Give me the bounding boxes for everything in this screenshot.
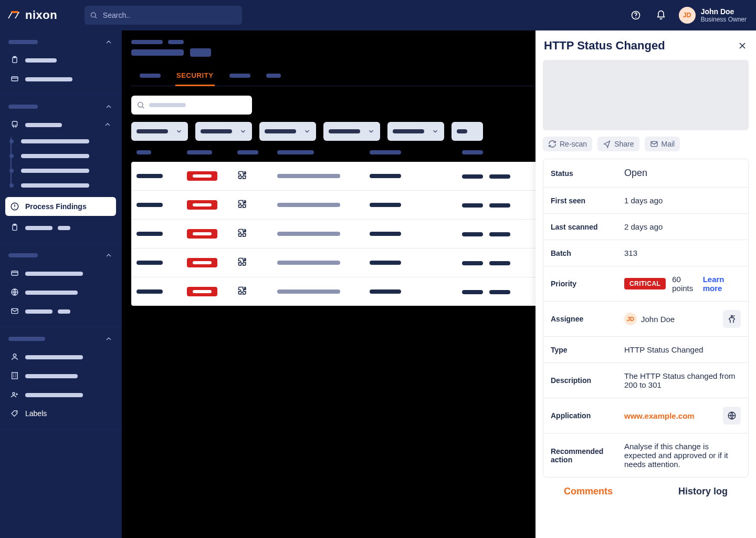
sidebar-item-label: Labels [25, 409, 47, 418]
detail-value: 2 days ago [624, 222, 736, 231]
detail-label: Type [551, 346, 619, 354]
clipboard-icon [9, 222, 20, 233]
priority-critical-badge: CRITICAL [624, 278, 666, 289]
sidebar-group-header[interactable] [5, 333, 116, 347]
svg-point-16 [13, 354, 16, 357]
rescan-button[interactable]: Re-scan [543, 137, 592, 151]
priority-badge [187, 258, 217, 267]
extension-icon [237, 286, 249, 297]
chevron-up-icon [104, 335, 113, 343]
search-icon [90, 11, 98, 19]
sidebar-tree-node[interactable] [18, 163, 116, 178]
sidebar-item[interactable] [5, 218, 116, 237]
svg-point-20 [138, 102, 143, 107]
mail-icon [650, 140, 658, 148]
assignee-name: John Doe [641, 315, 675, 324]
svg-rect-6 [12, 121, 17, 126]
chevron-up-icon [104, 102, 113, 111]
brand-logo: nixon [7, 8, 57, 22]
detail-label: Application [551, 411, 619, 420]
mail-button[interactable]: Mail [645, 137, 680, 151]
detail-value: 1 days ago [624, 196, 736, 205]
share-button[interactable]: Share [597, 137, 639, 151]
svg-point-18 [13, 392, 15, 395]
sidebar-item-process-findings[interactable]: Process Findings [5, 197, 116, 216]
person-raise-icon [727, 314, 737, 324]
svg-point-0 [91, 13, 96, 17]
priority-badge [187, 229, 217, 239]
details-table: Status Open First seen 1 days ago Last s… [543, 159, 749, 478]
user-name: John Doe [701, 7, 747, 16]
sidebar-item[interactable] [5, 283, 116, 302]
sidebar-group-1 [0, 30, 121, 95]
filter-select[interactable] [452, 122, 483, 141]
assignee-avatar: JD [624, 313, 637, 325]
chip-label: Share [614, 140, 634, 148]
user-menu[interactable]: JD John Doe Business Owner [679, 7, 747, 24]
filter-select[interactable] [259, 122, 316, 141]
sidebar-item-labels[interactable]: Labels [5, 404, 116, 423]
svg-point-22 [731, 315, 733, 317]
tab[interactable] [228, 66, 251, 86]
share-icon [603, 140, 611, 148]
assign-self-button[interactable] [723, 310, 741, 328]
drawer-title: HTTP Status Changed [544, 39, 665, 53]
svg-point-2 [635, 17, 636, 18]
notifications-icon[interactable] [654, 8, 668, 23]
sidebar-tree-node[interactable] [18, 134, 116, 149]
global-search[interactable] [85, 6, 242, 25]
sidebar-tree [5, 134, 116, 193]
sidebar-tree-node[interactable] [18, 178, 116, 193]
extension-icon [237, 257, 249, 268]
chevron-down-icon [175, 128, 183, 135]
extension-icon [237, 199, 249, 211]
detail-value: 313 [624, 249, 736, 257]
globe-icon [727, 411, 737, 420]
chip-label: Re-scan [560, 140, 587, 148]
learn-more-link[interactable]: Learn more [703, 275, 736, 293]
help-icon[interactable] [628, 8, 643, 23]
sidebar-group-header[interactable] [5, 249, 116, 264]
open-app-button[interactable] [723, 407, 741, 425]
chip-label: Mail [662, 140, 675, 148]
sidebar-item[interactable] [5, 50, 116, 69]
svg-point-19 [16, 411, 17, 412]
detail-label: Batch [551, 249, 619, 257]
application-link[interactable]: www.example.com [624, 411, 695, 420]
sidebar-group-header[interactable] [5, 100, 116, 115]
filter-select[interactable] [195, 122, 252, 141]
table-search[interactable] [131, 96, 252, 115]
sidebar-item[interactable] [5, 302, 116, 320]
global-search-input[interactable] [102, 11, 237, 20]
svg-rect-17 [12, 373, 18, 379]
sidebar-tree-node[interactable] [18, 149, 116, 163]
drawer-tab-history[interactable]: History log [678, 486, 728, 497]
sidebar-item[interactable] [5, 115, 116, 134]
sidebar-item[interactable] [5, 347, 116, 366]
topbar-right: JD John Doe Business Owner [628, 7, 747, 24]
svg-point-7 [13, 125, 14, 126]
logo-mark [7, 9, 21, 21]
filter-select[interactable] [387, 122, 444, 141]
sidebar-group-2: Process Findings [0, 95, 121, 244]
chevron-down-icon [432, 128, 439, 135]
avatar: JD [679, 7, 696, 24]
user-role: Business Owner [701, 16, 747, 23]
group-add-icon [9, 389, 20, 400]
sidebar-item[interactable] [5, 69, 116, 88]
filter-select[interactable] [323, 122, 380, 141]
close-button[interactable] [737, 40, 748, 51]
sidebar-item[interactable] [5, 385, 116, 404]
tab[interactable] [139, 66, 162, 86]
sidebar-item[interactable] [5, 264, 116, 283]
sidebar-group-header[interactable] [5, 36, 116, 50]
tab[interactable] [265, 66, 282, 86]
priority-badge [187, 200, 217, 210]
sidebar: Process Findings [0, 30, 122, 538]
tab-security[interactable]: SECURITY [175, 66, 215, 86]
globe-icon [9, 287, 20, 297]
filter-select[interactable] [131, 122, 188, 141]
drawer-tab-comments[interactable]: Comments [564, 486, 613, 497]
sidebar-group-4: Labels [0, 327, 121, 430]
sidebar-item[interactable] [5, 366, 116, 385]
